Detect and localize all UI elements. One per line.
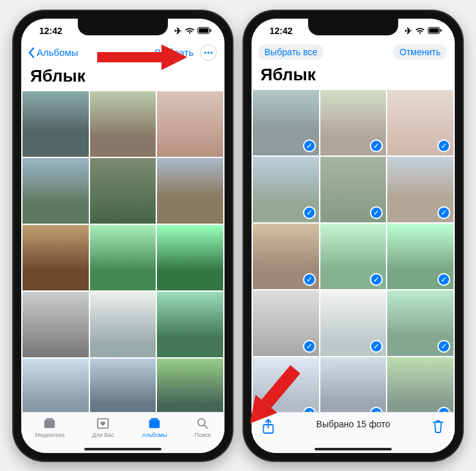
tab-label: Поиск: [195, 432, 211, 438]
photo-thumb[interactable]: [157, 158, 223, 224]
tab-label: Для Вас: [92, 432, 114, 438]
photo-thumb[interactable]: [23, 91, 89, 157]
photo-thumb[interactable]: [23, 359, 89, 412]
svg-rect-2: [210, 30, 212, 32]
photo-thumb[interactable]: [90, 359, 156, 412]
tab-albums[interactable]: Альбомы: [142, 416, 167, 438]
photo-thumb[interactable]: ✓: [253, 157, 319, 222]
status-icons: ✈︎: [174, 26, 212, 36]
checkmark-icon: ✓: [370, 273, 383, 286]
checkmark-icon: ✓: [303, 139, 316, 152]
wifi-icon: [415, 27, 425, 35]
status-time: 12:42: [270, 26, 293, 36]
delete-button[interactable]: [432, 419, 444, 435]
nav-back[interactable]: Альбомы: [28, 47, 78, 58]
photo-thumb[interactable]: ✓: [320, 290, 387, 356]
svg-point-3: [204, 51, 206, 53]
svg-rect-6: [44, 420, 55, 428]
photo-thumb[interactable]: [23, 225, 89, 290]
tab-label: Медиатека: [35, 432, 65, 438]
photo-thumb[interactable]: ✓: [320, 90, 387, 156]
airplane-icon: ✈︎: [174, 26, 182, 36]
battery-icon: [428, 27, 442, 34]
nav-back-label: Альбомы: [37, 47, 78, 58]
phone-left: 12:42 ✈︎ Альбомы Выбрать Яблык: [14, 11, 232, 461]
battery-icon: [197, 27, 212, 34]
tab-label: Альбомы: [142, 432, 167, 438]
checkmark-icon: ✓: [437, 273, 450, 286]
albums-icon: [147, 416, 161, 431]
checkmark-icon: ✓: [303, 273, 316, 286]
photo-thumb[interactable]: ✓: [253, 224, 319, 289]
svg-line-12: [205, 425, 208, 428]
photo-thumb[interactable]: [90, 158, 156, 224]
checkmark-icon: ✓: [437, 206, 450, 219]
svg-rect-17: [441, 30, 442, 32]
svg-rect-13: [97, 52, 161, 62]
status-icons: ✈︎: [405, 26, 442, 36]
screen-left: 12:42 ✈︎ Альбомы Выбрать Яблык: [21, 19, 224, 453]
tab-library[interactable]: Медиатека: [35, 416, 65, 438]
cancel-button[interactable]: Отменить: [393, 44, 447, 60]
photo-thumb[interactable]: ✓: [387, 90, 453, 156]
search-icon: [196, 416, 210, 431]
photo-thumb[interactable]: ✓: [387, 290, 453, 356]
svg-rect-10: [151, 418, 158, 420]
svg-point-4: [207, 51, 209, 53]
photo-thumb[interactable]: [23, 292, 89, 357]
photo-thumb[interactable]: [157, 359, 223, 412]
photo-thumb[interactable]: [90, 225, 156, 290]
checkmark-icon: ✓: [370, 139, 383, 152]
svg-rect-7: [46, 418, 53, 420]
checkmark-icon: ✓: [437, 139, 450, 152]
photo-thumb[interactable]: ✓: [253, 290, 319, 356]
checkmark-icon: ✓: [303, 340, 316, 353]
photo-thumb[interactable]: ✓: [387, 224, 453, 289]
more-button[interactable]: [200, 44, 217, 61]
photo-thumb[interactable]: ✓: [387, 357, 453, 412]
heart-icon: [96, 416, 110, 431]
select-all-button[interactable]: Выбрать все: [258, 44, 324, 60]
photo-thumb[interactable]: ✓: [320, 357, 387, 412]
status-time: 12:42: [39, 26, 62, 36]
wifi-icon: [185, 27, 195, 35]
trash-icon: [432, 419, 444, 433]
photo-grid[interactable]: [21, 91, 224, 412]
photo-thumb[interactable]: ✓: [320, 157, 387, 222]
tab-bar: Медиатека Для Вас Альбомы Поиск: [21, 412, 224, 453]
photo-thumb[interactable]: ✓: [387, 157, 453, 222]
svg-point-11: [198, 418, 205, 425]
photo-thumb[interactable]: [157, 91, 223, 157]
checkmark-icon: ✓: [437, 340, 450, 353]
photo-thumb[interactable]: ✓: [253, 90, 319, 156]
checkmark-icon: ✓: [370, 407, 383, 412]
annotation-arrow-icon: [97, 44, 187, 70]
photo-thumb[interactable]: [157, 292, 223, 357]
library-icon: [42, 416, 57, 431]
checkmark-icon: ✓: [370, 206, 383, 219]
chevron-left-icon: [28, 47, 35, 58]
photo-thumb[interactable]: ✓: [320, 224, 387, 289]
photo-thumb[interactable]: [157, 225, 223, 290]
album-title: Яблык: [252, 64, 455, 90]
airplane-icon: ✈︎: [405, 26, 412, 36]
notch: [78, 19, 168, 35]
ellipsis-icon: [204, 51, 213, 54]
checkmark-icon: ✓: [437, 407, 450, 412]
svg-rect-19: [261, 365, 300, 407]
tab-search[interactable]: Поиск: [195, 416, 211, 438]
annotation-arrow-icon: [236, 355, 313, 432]
photo-thumb[interactable]: [23, 158, 89, 224]
svg-rect-9: [149, 420, 160, 428]
svg-point-5: [210, 51, 212, 53]
photo-thumb[interactable]: [90, 292, 156, 357]
home-indicator[interactable]: [315, 448, 392, 450]
home-indicator[interactable]: [84, 448, 161, 450]
svg-rect-1: [199, 28, 208, 33]
tab-foryou[interactable]: Для Вас: [92, 416, 114, 438]
svg-marker-14: [161, 44, 187, 70]
checkmark-icon: ✓: [303, 206, 316, 219]
photo-thumb[interactable]: [90, 91, 156, 157]
phone-right: 12:42 ✈︎ Выбрать все Отменить Яблык ✓ ✓ …: [244, 11, 462, 461]
notch: [308, 19, 398, 35]
